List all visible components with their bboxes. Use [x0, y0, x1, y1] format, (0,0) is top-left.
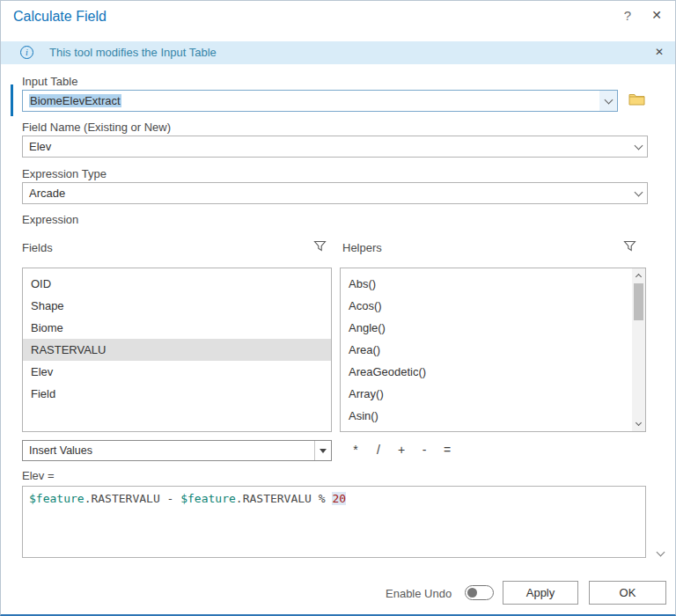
code-token: .RASTERVALU — [236, 492, 319, 505]
banner-message: This tool modifies the Input Table — [49, 46, 217, 59]
field-name-value[interactable]: Elev — [29, 140, 51, 153]
titlebar: Calculate Field ? ✕ — [1, 1, 675, 41]
input-table-label: Input Table — [22, 75, 77, 88]
scroll-up-button[interactable] — [632, 268, 645, 282]
helpers-list: Abs()Acos()Angle()Area()AreaGeodetic()Ar… — [340, 268, 646, 432]
expression-code: $feature.RASTERVALU - $feature.RASTERVAL… — [29, 492, 346, 505]
pane-scroll-down-button[interactable] — [652, 546, 668, 561]
info-banner: i This tool modifies the Input Table ✕ — [1, 41, 675, 64]
folder-icon — [628, 92, 645, 106]
input-table-value[interactable]: BiomeElevExtract — [29, 94, 121, 107]
insert-values-dropdown-button[interactable] — [314, 441, 331, 460]
expression-type-combobox[interactable]: Arcade — [22, 182, 648, 204]
apply-button[interactable]: Apply — [503, 581, 578, 605]
helper-item[interactable]: Area() — [341, 339, 632, 361]
chevron-down-icon — [636, 420, 642, 426]
assignment-label: Elev = — [22, 469, 55, 482]
expression-section-label: Expression — [22, 213, 78, 226]
helper-item[interactable]: Array() — [341, 383, 632, 405]
chevron-down-icon — [604, 95, 613, 104]
helper-item[interactable]: Angle() — [341, 317, 632, 339]
expression-type-value[interactable]: Arcade — [29, 187, 65, 200]
input-table-combobox[interactable]: BiomeElevExtract — [22, 90, 618, 112]
helpers-filter-button[interactable] — [623, 240, 637, 253]
field-item[interactable]: OID — [23, 273, 331, 295]
filter-icon — [313, 240, 327, 253]
browse-button[interactable] — [626, 92, 647, 109]
helper-item[interactable]: Asin() — [341, 405, 632, 427]
chevron-up-icon — [636, 274, 642, 280]
helpers-scrollbar[interactable] — [632, 268, 645, 431]
operator-button[interactable]: / — [367, 443, 390, 457]
operator-button[interactable]: = — [436, 443, 459, 457]
code-token: 20 — [332, 492, 346, 505]
info-icon: i — [20, 46, 33, 59]
enable-undo-label: Enable Undo — [386, 587, 452, 600]
code-token: .RASTERVALU — [84, 492, 160, 505]
scroll-thumb[interactable] — [634, 283, 643, 320]
active-parameter-accent-bar — [11, 84, 13, 116]
chevron-down-icon — [634, 187, 643, 196]
ok-button[interactable]: OK — [589, 581, 666, 605]
code-token: % — [319, 492, 333, 505]
insert-values-label: Insert Values — [29, 444, 92, 457]
field-item[interactable]: RASTERVALU — [23, 339, 331, 361]
expression-type-dropdown-button[interactable] — [629, 183, 647, 203]
operators-row: */+-= — [344, 442, 459, 458]
helper-item[interactable]: Atan() — [341, 427, 632, 432]
helper-item[interactable]: Acos() — [341, 295, 632, 317]
field-name-dropdown-button[interactable] — [629, 136, 647, 157]
scroll-down-button[interactable] — [632, 417, 645, 431]
helper-item[interactable]: AreaGeodetic() — [341, 361, 632, 383]
chevron-down-icon — [656, 548, 665, 557]
operator-button[interactable]: * — [344, 443, 367, 457]
field-name-label: Field Name (Existing or New) — [22, 121, 171, 134]
code-token: - — [160, 492, 180, 505]
expression-type-label: Expression Type — [22, 167, 107, 180]
chevron-down-icon — [320, 449, 327, 453]
close-icon[interactable]: ✕ — [651, 8, 662, 22]
field-item[interactable]: Shape — [23, 295, 331, 317]
field-item[interactable]: Elev — [23, 361, 331, 383]
field-item[interactable]: Field — [23, 383, 331, 405]
calculate-field-dialog: Calculate Field ? ✕ i This tool modifies… — [0, 0, 676, 616]
operator-button[interactable]: - — [413, 443, 436, 457]
code-token: $feature — [180, 492, 236, 505]
banner-close-icon[interactable]: ✕ — [655, 46, 664, 58]
fields-panel-label: Fields — [22, 241, 53, 254]
field-item[interactable]: Biome — [23, 317, 331, 339]
field-name-combobox[interactable]: Elev — [22, 136, 648, 158]
helpers-panel-label: Helpers — [342, 241, 382, 254]
expression-editor[interactable]: $feature.RASTERVALU - $feature.RASTERVAL… — [22, 486, 646, 558]
insert-values-dropdown[interactable]: Insert Values — [22, 440, 332, 461]
code-token: $feature — [29, 492, 84, 505]
chevron-down-icon — [634, 141, 643, 150]
enable-undo-toggle[interactable] — [465, 585, 494, 600]
toggle-knob-icon — [467, 588, 477, 598]
operator-button[interactable]: + — [390, 443, 413, 457]
input-table-dropdown-button[interactable] — [599, 91, 617, 111]
fields-list: OIDShapeBiomeRASTERVALUElevField — [22, 268, 332, 432]
filter-icon — [623, 240, 636, 253]
helpers-list-items: Abs()Acos()Angle()Area()AreaGeodetic()Ar… — [341, 273, 632, 432]
helper-item[interactable]: Abs() — [341, 273, 632, 295]
dialog-title: Calculate Field — [13, 9, 107, 25]
fields-filter-button[interactable] — [313, 240, 327, 253]
help-icon[interactable]: ? — [624, 8, 631, 23]
